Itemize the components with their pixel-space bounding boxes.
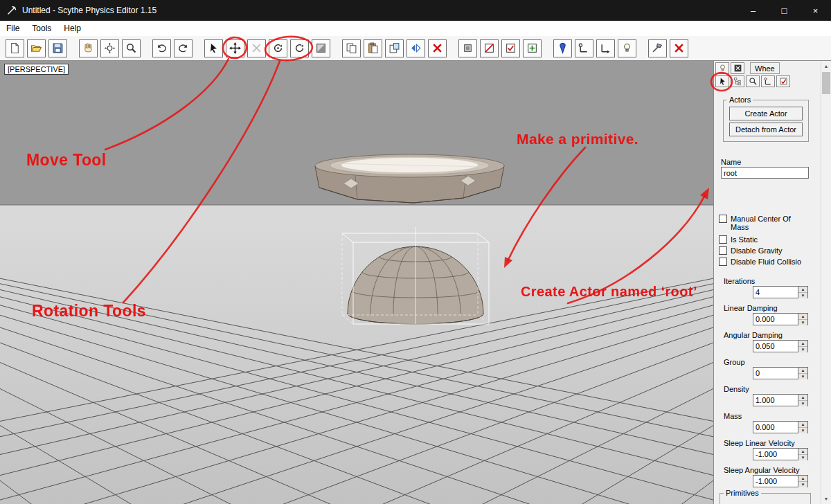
maximize-button[interactable]: □ — [769, 0, 800, 21]
scrollbar-thumb[interactable] — [822, 72, 830, 94]
create-actor-button[interactable]: Create Actor — [729, 107, 803, 120]
app-icon — [6, 5, 17, 16]
minimize-button[interactable]: – — [738, 0, 769, 21]
panel-scrollbar[interactable]: ▲ ▼ — [821, 61, 831, 504]
panel-select-button[interactable] — [715, 75, 729, 87]
save-file-button[interactable] — [48, 39, 67, 57]
primitive-add-icon — [526, 42, 538, 54]
hierarchy-tree-icon — [733, 77, 742, 86]
light-bulb-icon — [718, 64, 727, 73]
checkbox-row-manual-com[interactable]: Manual Center Of Mass — [719, 215, 816, 231]
joint-pin-icon — [557, 42, 569, 54]
delete-button[interactable] — [428, 39, 447, 57]
orbit-camera-button[interactable] — [100, 39, 119, 57]
undo-button[interactable] — [152, 39, 171, 57]
spin-up-icon[interactable]: ▲ — [798, 287, 807, 293]
panel-tab-wheel[interactable]: Whee — [750, 62, 780, 74]
checkbox-icon[interactable] — [719, 258, 727, 266]
spin-up-icon[interactable]: ▲ — [798, 476, 807, 482]
checkbox-row-is-static[interactable]: Is Static — [719, 235, 816, 244]
panel-render-mode-button[interactable] — [731, 62, 744, 74]
actors-group-title: Actors — [727, 96, 753, 104]
primitive-validate-button[interactable] — [501, 39, 520, 57]
scroll-down-icon[interactable]: ▼ — [821, 494, 831, 504]
density-spinner[interactable]: 1.000 ▲▼ — [753, 394, 808, 406]
joint-hinge-button[interactable] — [575, 39, 593, 57]
name-input[interactable] — [721, 167, 809, 179]
scene-canvas — [0, 61, 713, 504]
scroll-up-icon[interactable]: ▲ — [821, 61, 831, 71]
paste-icon — [367, 42, 379, 54]
spin-down-icon[interactable]: ▼ — [798, 374, 807, 379]
spin-up-icon[interactable]: ▲ — [798, 449, 807, 455]
joint-icon — [764, 77, 773, 86]
spin-down-icon[interactable]: ▼ — [798, 428, 807, 433]
checkbox-row-disable-fluid[interactable]: Disable Fluid Collisio — [719, 258, 816, 266]
copy-button[interactable] — [342, 39, 361, 57]
primitive-remove-button[interactable] — [480, 39, 499, 57]
check-red-icon — [779, 77, 788, 86]
spin-down-icon[interactable]: ▼ — [798, 293, 807, 298]
panel-validate-button[interactable] — [776, 75, 790, 87]
iterations-spinner[interactable]: 4 ▲▼ — [753, 286, 808, 298]
spin-up-icon[interactable]: ▲ — [798, 341, 807, 347]
light-button[interactable] — [618, 39, 636, 57]
joint-hinge-icon — [578, 42, 590, 54]
checkbox-icon[interactable] — [719, 215, 727, 223]
mass-spinner[interactable]: 0.000 ▲▼ — [753, 421, 808, 433]
primitive-add-button[interactable] — [523, 39, 542, 57]
zoom-button[interactable] — [122, 39, 141, 57]
mirror-button[interactable] — [406, 39, 425, 57]
checkbox-label: Disable Gravity — [731, 246, 783, 255]
spin-down-icon[interactable]: ▼ — [798, 320, 807, 325]
build-button[interactable] — [648, 39, 667, 57]
field-label: Density — [724, 385, 821, 393]
checkbox-icon[interactable] — [719, 235, 727, 244]
select-tool-button[interactable] — [204, 39, 223, 57]
field-label: Angular Damping — [724, 331, 821, 339]
clear-all-button[interactable] — [670, 39, 688, 57]
detach-from-actor-button[interactable]: Detach from Actor — [729, 123, 803, 136]
pan-button[interactable] — [79, 39, 98, 57]
checkbox-icon[interactable] — [719, 246, 727, 255]
new-file-icon — [9, 42, 21, 54]
panel-light-button[interactable] — [715, 62, 729, 74]
open-file-button[interactable] — [27, 39, 46, 57]
spin-down-icon[interactable]: ▼ — [798, 482, 807, 487]
checkbox-row-disable-gravity[interactable]: Disable Gravity — [719, 246, 816, 255]
spin-up-icon[interactable]: ▲ — [798, 422, 807, 428]
menu-file[interactable]: File — [0, 21, 26, 35]
angular-damping-spinner[interactable]: 0.050 ▲▼ — [753, 340, 808, 352]
spin-up-icon[interactable]: ▲ — [798, 368, 807, 374]
rotate-free-button[interactable] — [269, 39, 287, 57]
clone-button[interactable] — [385, 39, 404, 57]
move-tool-button[interactable] — [226, 39, 244, 57]
viewport-3d[interactable]: [PERSPECTIVE] — [0, 61, 713, 504]
joint-pin-button[interactable] — [553, 39, 572, 57]
redo-button[interactable] — [174, 39, 193, 57]
primitive-box-button[interactable] — [458, 39, 477, 57]
spin-down-icon[interactable]: ▼ — [798, 455, 807, 460]
joint-prismatic-button[interactable] — [596, 39, 615, 57]
scale-tool-button[interactable] — [247, 39, 266, 57]
checkbox-label: Manual Center Of Mass — [731, 215, 807, 231]
panel-joint-button[interactable] — [761, 75, 775, 87]
new-file-button[interactable] — [6, 39, 24, 57]
panel-zoom-button[interactable] — [746, 75, 760, 87]
spin-up-icon[interactable]: ▲ — [798, 314, 807, 320]
sleep-linear-velocity-spinner[interactable]: -1.000 ▲▼ — [753, 448, 808, 460]
spin-up-icon[interactable]: ▲ — [798, 395, 807, 401]
sleep-angular-velocity-spinner[interactable]: -1.000 ▲▼ — [753, 475, 808, 487]
snap-button[interactable] — [312, 39, 330, 57]
panel-hierarchy-button[interactable] — [731, 75, 744, 87]
group-spinner[interactable]: 0 ▲▼ — [753, 367, 808, 379]
menu-tools[interactable]: Tools — [26, 21, 57, 35]
close-button[interactable]: × — [800, 0, 831, 21]
primitive-remove-icon — [483, 42, 495, 54]
paste-button[interactable] — [364, 39, 382, 57]
spin-down-icon[interactable]: ▼ — [798, 347, 807, 352]
menu-help[interactable]: Help — [57, 21, 87, 35]
rotate-view-button[interactable] — [290, 39, 309, 57]
linear-damping-spinner[interactable]: 0.000 ▲▼ — [753, 313, 808, 325]
spin-down-icon[interactable]: ▼ — [798, 401, 807, 406]
